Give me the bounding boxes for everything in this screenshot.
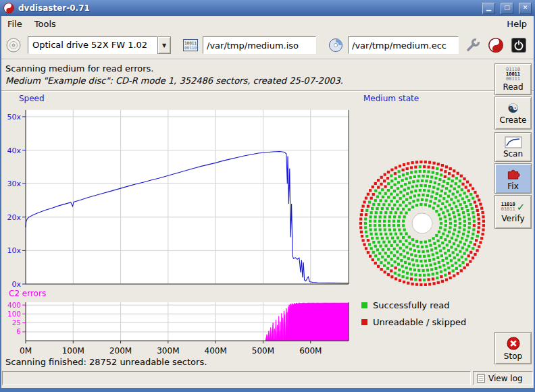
svg-text:40x: 40x xyxy=(7,146,21,155)
titlebar: dvdisaster-0.71 ▁ □ ✕ xyxy=(0,0,535,16)
scan-result-status: Scanning finished: 28752 unreadable sect… xyxy=(5,357,207,367)
fix-button-label: Fix xyxy=(507,181,518,191)
verify-icon: 11010 01011 ✓ xyxy=(501,201,526,213)
svg-text:50x: 50x xyxy=(7,113,21,121)
yinyang-icon: ☯ xyxy=(507,101,519,115)
toolbar: Optical drive 52X FW 1.02 ▼ 10011 00110 xyxy=(1,32,534,59)
view-log-label: View log xyxy=(488,374,523,383)
close-button[interactable]: ✕ xyxy=(519,3,532,14)
svg-text:20x: 20x xyxy=(7,213,21,222)
legend-red-square xyxy=(361,319,367,325)
fix-button[interactable]: Fix xyxy=(494,163,532,194)
wrench-icon xyxy=(465,37,481,53)
svg-text:30x: 30x xyxy=(7,179,21,188)
svg-text:600M: 600M xyxy=(299,346,322,356)
window-frame-bottom xyxy=(0,388,535,392)
quit-button[interactable] xyxy=(510,36,528,54)
scan-button-label: Scan xyxy=(503,149,523,159)
read-icon: 01110 10011 00111 xyxy=(506,67,520,82)
legend-green-square xyxy=(361,302,367,308)
drive-icon xyxy=(5,36,22,54)
app-window: dvdisaster-0.71 ▁ □ ✕ File Tools Help Op… xyxy=(0,0,535,392)
medium-state-legend: Successfully read Unreadable / skipped xyxy=(361,297,466,331)
drive-select[interactable]: Optical drive 52X FW 1.02 ▼ xyxy=(28,36,171,54)
maximize-button[interactable]: □ xyxy=(501,3,513,14)
power-icon xyxy=(511,38,526,53)
svg-text:0x: 0x xyxy=(11,280,21,289)
svg-text:100M: 100M xyxy=(62,346,84,356)
legend-item-read: Successfully read xyxy=(361,297,466,314)
info-area: Scanning medium for read errors. Medium … xyxy=(0,60,535,91)
ecc-path-input[interactable] xyxy=(348,36,459,54)
svg-text:200M: 200M xyxy=(109,346,132,356)
menu-tools[interactable]: Tools xyxy=(28,18,62,30)
puzzle-piece-icon xyxy=(506,167,521,181)
medium-state-title: Medium state xyxy=(363,94,419,103)
medium-state-disc xyxy=(357,158,488,289)
image-file-icon: 10011 00110 xyxy=(182,36,199,54)
ecc-file-icon xyxy=(327,36,345,54)
yinyang-icon xyxy=(488,38,503,53)
drive-select-value: Optical drive 52X FW 1.02 xyxy=(28,36,157,54)
svg-text:500M: 500M xyxy=(252,346,274,356)
dvdisaster-logo-button[interactable] xyxy=(487,36,505,54)
status-panel xyxy=(2,371,471,385)
svg-text:300M: 300M xyxy=(157,346,179,356)
app-logo-icon xyxy=(3,3,14,13)
scan-curve-icon xyxy=(505,136,522,148)
svg-text:10011: 10011 xyxy=(184,40,197,45)
read-button[interactable]: 01110 10011 00111 Read xyxy=(494,63,532,95)
scan-button[interactable]: Scan xyxy=(494,132,532,162)
preferences-button[interactable] xyxy=(464,36,482,54)
verify-button[interactable]: 11010 01011 ✓ Verify xyxy=(494,195,532,229)
legend-item-unreadable: Unreadable / skipped xyxy=(361,314,466,331)
window-frame-left xyxy=(0,16,1,392)
create-button-label: Create xyxy=(500,115,527,125)
stop-icon xyxy=(506,336,521,351)
log-icon xyxy=(477,374,485,383)
verify-button-label: Verify xyxy=(501,214,524,223)
svg-text:25: 25 xyxy=(12,318,21,327)
check-icon: ✓ xyxy=(517,201,526,213)
menubar: File Tools Help xyxy=(1,16,534,32)
view-log-button[interactable]: View log xyxy=(473,371,533,385)
read-button-label: Read xyxy=(503,82,523,92)
svg-text:6: 6 xyxy=(16,327,21,335)
svg-text:400: 400 xyxy=(7,301,21,309)
minimize-button[interactable]: ▁ xyxy=(482,3,495,14)
window-title: dvdisaster-0.71 xyxy=(18,3,477,13)
legend-read-label: Successfully read xyxy=(373,300,449,310)
menu-help[interactable]: Help xyxy=(500,18,534,30)
svg-text:10x: 10x xyxy=(7,246,21,255)
stop-button[interactable]: Stop xyxy=(494,332,532,364)
svg-text:400M: 400M xyxy=(205,346,227,356)
create-button[interactable]: ☯ Create xyxy=(494,96,532,130)
legend-unreadable-label: Unreadable / skipped xyxy=(373,317,466,327)
stop-button-label: Stop xyxy=(504,352,522,361)
svg-text:0M: 0M xyxy=(20,346,32,356)
medium-info: Medium "Example disc": CD-R mode 1, 3524… xyxy=(5,76,535,86)
status-message: Scanning medium for read errors. xyxy=(5,63,535,74)
svg-text:00110: 00110 xyxy=(184,45,197,50)
chevron-down-icon[interactable]: ▼ xyxy=(157,36,171,54)
svg-text:100: 100 xyxy=(7,310,21,318)
iso-path-input[interactable] xyxy=(203,36,316,54)
speed-and-c2-chart: 0M100M200M300M400M500M600M0x10x20x30x40x… xyxy=(5,92,357,359)
menu-file[interactable]: File xyxy=(1,18,28,30)
